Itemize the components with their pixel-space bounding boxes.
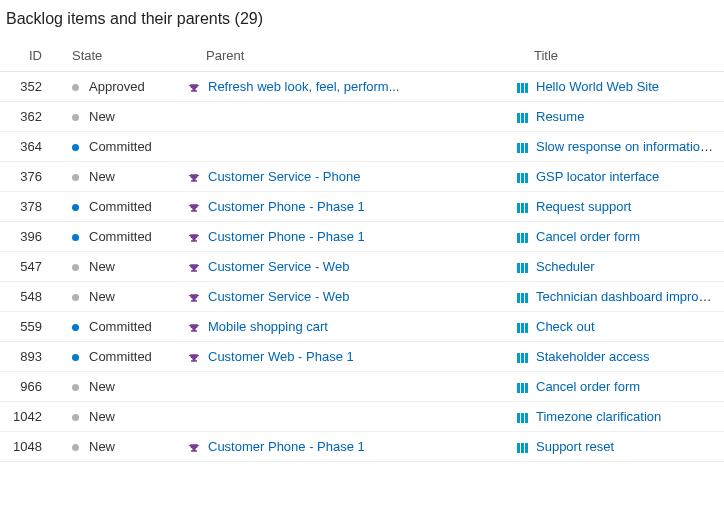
title-link[interactable]: Hello World Web Site	[536, 79, 659, 94]
cell-title: Hello World Web Site	[508, 72, 724, 102]
title-link[interactable]: Check out	[536, 319, 595, 334]
cell-id: 966	[0, 372, 64, 402]
cell-parent: Mobile shopping cart	[180, 312, 508, 342]
cell-id: 352	[0, 72, 64, 102]
cell-id: 548	[0, 282, 64, 312]
cell-parent: Customer Phone - Phase 1	[180, 222, 508, 252]
parent-link[interactable]: Refresh web look, feel, perform...	[208, 79, 399, 94]
table-row[interactable]: 396CommittedCustomer Phone - Phase 1Canc…	[0, 222, 724, 252]
cell-title: Request support	[508, 192, 724, 222]
state-dot-icon	[72, 354, 79, 361]
trophy-icon	[188, 232, 202, 244]
table-row[interactable]: 378CommittedCustomer Phone - Phase 1Requ…	[0, 192, 724, 222]
cell-title: Slow response on information form	[508, 132, 724, 162]
cell-title: Technician dashboard improvements	[508, 282, 724, 312]
table-row[interactable]: 547NewCustomer Service - WebScheduler	[0, 252, 724, 282]
parent-link[interactable]: Customer Phone - Phase 1	[208, 199, 365, 214]
backlog-item-icon	[516, 82, 530, 94]
title-link[interactable]: Stakeholder access	[536, 349, 649, 364]
cell-state: New	[64, 252, 180, 282]
backlog-item-icon	[516, 172, 530, 184]
trophy-icon	[188, 82, 202, 94]
table-row[interactable]: 364CommittedSlow response on information…	[0, 132, 724, 162]
title-link[interactable]: Scheduler	[536, 259, 595, 274]
col-header-id[interactable]: ID	[0, 42, 64, 72]
table-row[interactable]: 966NewCancel order form	[0, 372, 724, 402]
title-link[interactable]: Resume	[536, 109, 584, 124]
trophy-icon	[188, 352, 202, 364]
backlog-item-icon	[516, 202, 530, 214]
cell-state: Committed	[64, 342, 180, 372]
state-dot-icon	[72, 84, 79, 91]
cell-title: Scheduler	[508, 252, 724, 282]
state-dot-icon	[72, 174, 79, 181]
title-link[interactable]: Timezone clarification	[536, 409, 661, 424]
table-row[interactable]: 559CommittedMobile shopping cartCheck ou…	[0, 312, 724, 342]
cell-parent	[180, 402, 508, 432]
state-label: New	[89, 259, 115, 274]
state-label: New	[89, 379, 115, 394]
col-header-title[interactable]: Title	[508, 42, 724, 72]
table-row[interactable]: 1042NewTimezone clarification	[0, 402, 724, 432]
cell-state: New	[64, 402, 180, 432]
cell-id: 1048	[0, 432, 64, 462]
backlog-item-icon	[516, 292, 530, 304]
trophy-icon	[188, 322, 202, 334]
cell-state: New	[64, 162, 180, 192]
state-dot-icon	[72, 384, 79, 391]
cell-title: Timezone clarification	[508, 402, 724, 432]
table-row[interactable]: 548NewCustomer Service - WebTechnician d…	[0, 282, 724, 312]
state-label: New	[89, 169, 115, 184]
state-dot-icon	[72, 414, 79, 421]
cell-parent: Customer Service - Web	[180, 252, 508, 282]
cell-title: Resume	[508, 102, 724, 132]
table-header-row: ID State Parent Title	[0, 42, 724, 72]
title-link[interactable]: Cancel order form	[536, 379, 640, 394]
parent-link[interactable]: Mobile shopping cart	[208, 319, 328, 334]
backlog-item-icon	[516, 262, 530, 274]
trophy-icon	[188, 292, 202, 304]
col-header-state[interactable]: State	[64, 42, 180, 72]
backlog-item-icon	[516, 142, 530, 154]
backlog-item-icon	[516, 112, 530, 124]
backlog-table: ID State Parent Title 352ApprovedRefresh…	[0, 42, 724, 462]
cell-parent: Refresh web look, feel, perform...	[180, 72, 508, 102]
trophy-icon	[188, 442, 202, 454]
parent-link[interactable]: Customer Phone - Phase 1	[208, 439, 365, 454]
parent-link[interactable]: Customer Service - Phone	[208, 169, 360, 184]
col-header-parent[interactable]: Parent	[180, 42, 508, 72]
cell-state: New	[64, 372, 180, 402]
parent-link[interactable]: Customer Service - Web	[208, 289, 349, 304]
state-dot-icon	[72, 264, 79, 271]
table-row[interactable]: 1048NewCustomer Phone - Phase 1Support r…	[0, 432, 724, 462]
title-link[interactable]: GSP locator interface	[536, 169, 659, 184]
backlog-item-icon	[516, 232, 530, 244]
cell-title: Cancel order form	[508, 372, 724, 402]
cell-parent: Customer Service - Phone	[180, 162, 508, 192]
title-link[interactable]: Slow response on information form	[536, 139, 724, 154]
page-title: Backlog items and their parents (29)	[0, 0, 724, 42]
table-row[interactable]: 362NewResume	[0, 102, 724, 132]
cell-title: Check out	[508, 312, 724, 342]
title-link[interactable]: Cancel order form	[536, 229, 640, 244]
parent-link[interactable]: Customer Web - Phase 1	[208, 349, 354, 364]
cell-state: Committed	[64, 192, 180, 222]
cell-parent: Customer Service - Web	[180, 282, 508, 312]
cell-title: Support reset	[508, 432, 724, 462]
parent-link[interactable]: Customer Phone - Phase 1	[208, 229, 365, 244]
title-link[interactable]: Request support	[536, 199, 631, 214]
backlog-item-icon	[516, 352, 530, 364]
title-link[interactable]: Support reset	[536, 439, 614, 454]
state-label: New	[89, 109, 115, 124]
cell-id: 1042	[0, 402, 64, 432]
parent-link[interactable]: Customer Service - Web	[208, 259, 349, 274]
table-row[interactable]: 376NewCustomer Service - PhoneGSP locato…	[0, 162, 724, 192]
state-dot-icon	[72, 444, 79, 451]
table-row[interactable]: 893CommittedCustomer Web - Phase 1Stakeh…	[0, 342, 724, 372]
cell-parent	[180, 102, 508, 132]
table-row[interactable]: 352ApprovedRefresh web look, feel, perfo…	[0, 72, 724, 102]
state-label: Committed	[89, 349, 152, 364]
cell-state: Committed	[64, 222, 180, 252]
title-link[interactable]: Technician dashboard improvements	[536, 289, 724, 304]
cell-state: Approved	[64, 72, 180, 102]
